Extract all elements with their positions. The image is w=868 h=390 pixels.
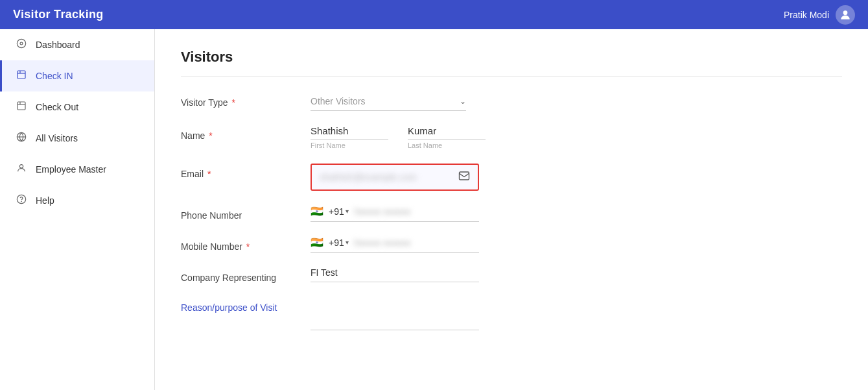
last-name-value: Kumar [408,125,486,140]
india-flag-phone: 🇮🇳 [311,205,323,217]
allvisitors-icon [15,132,28,145]
email-value: shathish@example.com [320,172,458,182]
sidebar-label-checkout: Check Out [36,102,78,112]
sidebar-item-help[interactable]: Help [0,185,154,216]
mobile-number-value: 8●●●● ●●●●● [354,238,411,248]
svg-point-0 [843,10,848,15]
phone-field[interactable]: 🇮🇳 +91 ▾ 9●●●● ●●●●● [311,205,479,222]
phone-dropdown-arrow: ▾ [346,208,349,215]
phone-control: 🇮🇳 +91 ▾ 9●●●● ●●●●● [311,205,609,222]
first-name-hint: First Name [311,141,388,149]
app-layout: Dashboard Check IN Check Out All Visitor… [0,29,868,390]
visitor-type-row: Visitor Type * Other Visitors ⌄ [181,92,842,111]
svg-rect-14 [460,172,469,180]
company-control: FI Test [311,267,609,282]
sidebar-item-checkin[interactable]: Check IN [0,60,154,91]
sidebar: Dashboard Check IN Check Out All Visitor… [0,29,155,390]
mobile-country-code: +91 ▾ [329,238,349,248]
company-row: Company Representing FI Test [181,267,842,283]
phone-country-code: +91 ▾ [329,206,349,217]
help-icon [15,194,28,207]
reason-row: Reason/purpose of Visit [181,297,842,330]
svg-point-1 [17,39,25,47]
visitor-type-value: Other Visitors [311,96,460,106]
email-label: Email * [181,164,298,179]
user-name: Pratik Modi [784,10,829,20]
phone-row: Phone Number 🇮🇳 +91 ▾ 9●●●● ●●●●● [181,205,842,222]
first-name-field: Shathish First Name [311,125,388,149]
app-title: Visitor Tracking [13,8,104,21]
visitor-type-label: Visitor Type * [181,92,298,108]
email-row: Email * shathish@example.com [181,164,842,191]
phone-label: Phone Number [181,205,298,221]
sidebar-item-dashboard[interactable]: Dashboard [0,29,154,60]
chevron-down-icon: ⌄ [460,97,466,106]
name-fields: Shathish First Name Kumar Last Name [311,125,609,149]
email-icon [458,170,470,184]
sidebar-label-checkin: Check IN [36,71,73,81]
email-required: * [207,169,211,179]
first-name-value: Shathish [311,125,388,140]
mobile-field[interactable]: 🇮🇳 +91 ▾ 8●●●● ●●●●● [311,236,479,253]
phone-number-value: 9●●●● ●●●●● [354,206,411,217]
sidebar-item-checkout[interactable]: Check Out [0,91,154,123]
mobile-row: Mobile Number * 🇮🇳 +91 ▾ 8●●●● ●●●●● [181,236,842,253]
visitor-type-select[interactable]: Other Visitors ⌄ [311,92,466,111]
visitor-type-control: Other Visitors ⌄ [311,92,609,111]
checkin-icon [15,69,28,82]
last-name-field: Kumar Last Name [408,125,486,149]
email-field[interactable]: shathish@example.com [311,164,479,191]
sidebar-label-allvisitors: All Visitors [36,133,78,143]
mobile-required: * [246,241,250,252]
dashboard-icon [15,38,28,51]
name-row: Name * Shathish First Name Kumar Last Na… [181,125,842,149]
svg-point-12 [17,195,25,203]
reason-input-area[interactable] [311,330,479,330]
sidebar-item-employee[interactable]: Employee Master [0,154,154,185]
mobile-dropdown-arrow: ▾ [346,239,349,246]
svg-point-2 [20,42,23,45]
sidebar-label-dashboard: Dashboard [36,40,80,50]
user-avatar [836,5,855,25]
app-header: Visitor Tracking Pratik Modi [0,0,868,29]
checkout-icon [15,101,28,114]
name-required: * [209,130,212,141]
name-control: Shathish First Name Kumar Last Name [311,125,609,149]
user-info: Pratik Modi [784,5,855,25]
svg-point-13 [21,201,22,202]
svg-point-11 [19,165,23,168]
name-label: Name * [181,125,298,141]
mobile-label: Mobile Number * [181,236,298,252]
reason-label: Reason/purpose of Visit [181,297,298,313]
sidebar-label-employee: Employee Master [36,164,106,175]
visitor-type-required: * [232,97,235,108]
svg-rect-3 [18,71,25,79]
company-label: Company Representing [181,267,298,283]
sidebar-item-allvisitors[interactable]: All Visitors [0,123,154,154]
india-flag-mobile: 🇮🇳 [311,236,323,249]
page-title: Visitors [181,49,842,77]
svg-rect-6 [18,102,25,110]
last-name-hint: Last Name [408,141,486,149]
mobile-control: 🇮🇳 +91 ▾ 8●●●● ●●●●● [311,236,609,253]
main-content: Visitors Visitor Type * Other Visitors ⌄… [155,29,868,390]
employee-icon [15,163,28,176]
sidebar-label-help: Help [36,195,54,206]
reason-control [311,297,609,330]
company-value: FI Test [311,267,479,282]
email-control: shathish@example.com [311,164,609,191]
